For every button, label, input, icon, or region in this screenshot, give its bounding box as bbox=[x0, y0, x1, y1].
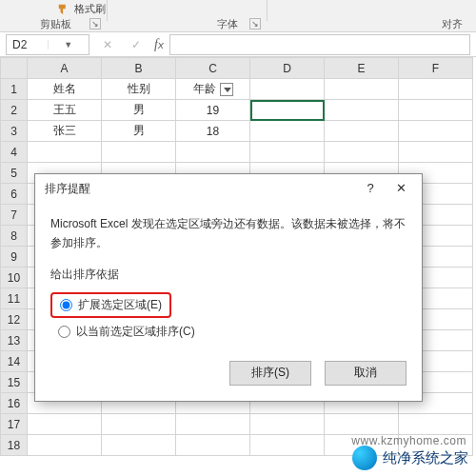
watermark: 纯净系统之家 bbox=[352, 446, 468, 470]
cell-B1[interactable]: 性别 bbox=[102, 79, 176, 100]
row-header-10[interactable]: 10 bbox=[1, 268, 28, 288]
cell-B18[interactable] bbox=[102, 435, 176, 456]
fx-icon[interactable]: fx bbox=[154, 37, 164, 52]
cancel-formula-icon: ✕ bbox=[97, 38, 118, 51]
radio-expand-label: 扩展选定区域(E) bbox=[78, 297, 162, 313]
cell-E17[interactable] bbox=[325, 414, 399, 435]
cell-A1[interactable]: 姓名 bbox=[28, 79, 102, 100]
radio-current-selection[interactable]: 以当前选定区域排序(C) bbox=[58, 324, 407, 340]
cell-C17[interactable] bbox=[176, 414, 250, 435]
cell-F1[interactable] bbox=[399, 79, 473, 100]
formula-bar[interactable] bbox=[169, 34, 470, 55]
cell-D1[interactable] bbox=[250, 79, 325, 100]
col-header-F[interactable]: F bbox=[399, 58, 473, 79]
row-header-16[interactable]: 16 bbox=[1, 393, 28, 414]
ribbon-group-clipboard: 剪贴板 bbox=[40, 17, 71, 31]
radio-expand-selection[interactable]: 扩展选定区域(E) bbox=[60, 297, 162, 313]
row-header-13[interactable]: 13 bbox=[1, 330, 28, 351]
row-header-8[interactable]: 8 bbox=[1, 226, 28, 247]
cell-E4[interactable] bbox=[325, 142, 399, 163]
cell-F3[interactable] bbox=[399, 121, 473, 142]
close-button[interactable]: ✕ bbox=[386, 178, 416, 199]
cell-D18[interactable] bbox=[250, 435, 325, 456]
watermark-text: 纯净系统之家 bbox=[383, 449, 468, 467]
ribbon-group-font: 字体 bbox=[217, 17, 238, 31]
col-header-B[interactable]: B bbox=[102, 58, 176, 79]
cell-E1[interactable] bbox=[325, 79, 399, 100]
cell-E2[interactable] bbox=[325, 100, 399, 121]
cell-B2[interactable]: 男 bbox=[102, 100, 176, 121]
row-header-7[interactable]: 7 bbox=[1, 205, 28, 226]
row-header-11[interactable]: 11 bbox=[1, 288, 28, 309]
cell-A18[interactable] bbox=[28, 435, 102, 456]
cell-F2[interactable] bbox=[399, 100, 473, 121]
name-box[interactable]: D2 ▼ bbox=[6, 34, 89, 55]
ribbon-group-align: 对齐 bbox=[442, 17, 463, 31]
cell-C1[interactable]: 年龄 bbox=[176, 79, 250, 100]
help-button[interactable]: ? bbox=[355, 178, 386, 199]
cell-B3[interactable]: 男 bbox=[102, 121, 176, 142]
sort-warning-dialog: 排序提醒 ? ✕ Microsoft Excel 发现在选定区域旁边还有数据。该… bbox=[34, 173, 423, 402]
dialog-title: 排序提醒 bbox=[45, 181, 355, 197]
radio-group-label: 给出排序依据 bbox=[50, 267, 407, 283]
row-header-5[interactable]: 5 bbox=[1, 163, 28, 184]
highlight-annotation: 扩展选定区域(E) bbox=[50, 292, 171, 318]
cell-C18[interactable] bbox=[176, 435, 250, 456]
paintbrush-icon bbox=[57, 3, 70, 16]
col-header-E[interactable]: E bbox=[325, 58, 399, 79]
logo-icon bbox=[352, 446, 377, 470]
chevron-down-icon[interactable]: ▼ bbox=[48, 40, 89, 50]
cell-D2[interactable] bbox=[250, 100, 325, 121]
row-header-4[interactable]: 4 bbox=[1, 142, 28, 163]
cell-C3[interactable]: 18 bbox=[176, 121, 250, 142]
cell-E3[interactable] bbox=[325, 121, 399, 142]
row-header-9[interactable]: 9 bbox=[1, 247, 28, 268]
col-header-D[interactable]: D bbox=[250, 58, 325, 79]
row-header-12[interactable]: 12 bbox=[1, 309, 28, 330]
cell-A3[interactable]: 张三 bbox=[28, 121, 102, 142]
cell-B17[interactable] bbox=[102, 414, 176, 435]
dialog-message: Microsoft Excel 发现在选定区域旁边还有数据。该数据未被选择，将不… bbox=[50, 214, 407, 253]
cell-D17[interactable] bbox=[250, 414, 325, 435]
row-header-1[interactable]: 1 bbox=[1, 79, 28, 100]
enter-formula-icon: ✓ bbox=[126, 38, 147, 51]
select-all-corner[interactable] bbox=[1, 58, 28, 79]
cell-F4[interactable] bbox=[399, 142, 473, 163]
cell-C4[interactable] bbox=[176, 142, 250, 163]
cell-A2[interactable]: 王五 bbox=[28, 100, 102, 121]
radio-expand-input[interactable] bbox=[60, 299, 72, 311]
namebox-row: D2 ▼ ✕ ✓ fx bbox=[0, 32, 476, 57]
format-painter-label: 格式刷 bbox=[74, 2, 106, 16]
row-header-6[interactable]: 6 bbox=[1, 184, 28, 205]
radio-current-input[interactable] bbox=[58, 326, 70, 338]
radio-current-label: 以当前选定区域排序(C) bbox=[76, 324, 195, 340]
cell-B4[interactable] bbox=[102, 142, 176, 163]
row-header-15[interactable]: 15 bbox=[1, 372, 28, 393]
cell-D4[interactable] bbox=[250, 142, 325, 163]
row-header-18[interactable]: 18 bbox=[1, 435, 28, 456]
cell-C2[interactable]: 19 bbox=[176, 100, 250, 121]
row-header-2[interactable]: 2 bbox=[1, 100, 28, 121]
filter-icon[interactable] bbox=[220, 83, 233, 96]
name-box-value: D2 bbox=[7, 38, 48, 51]
row-header-3[interactable]: 3 bbox=[1, 121, 28, 142]
cancel-button[interactable]: 取消 bbox=[325, 361, 407, 386]
clipboard-dialog-launcher[interactable]: ↘ bbox=[89, 18, 101, 30]
col-header-A[interactable]: A bbox=[28, 58, 102, 79]
cell-A4[interactable] bbox=[28, 142, 102, 163]
cell-A17[interactable] bbox=[28, 414, 102, 435]
cell-F17[interactable] bbox=[399, 414, 473, 435]
cell-D3[interactable] bbox=[250, 121, 325, 142]
ribbon: 格式刷 剪贴板 ↘ 字体 ↘ 对齐 bbox=[0, 0, 476, 32]
col-header-C[interactable]: C bbox=[176, 58, 250, 79]
dialog-titlebar[interactable]: 排序提醒 ? ✕ bbox=[35, 174, 422, 203]
row-header-17[interactable]: 17 bbox=[1, 414, 28, 435]
row-header-14[interactable]: 14 bbox=[1, 351, 28, 372]
font-dialog-launcher[interactable]: ↘ bbox=[249, 18, 261, 30]
sort-button[interactable]: 排序(S) bbox=[229, 361, 311, 386]
format-painter-button[interactable]: 格式刷 bbox=[57, 2, 106, 16]
